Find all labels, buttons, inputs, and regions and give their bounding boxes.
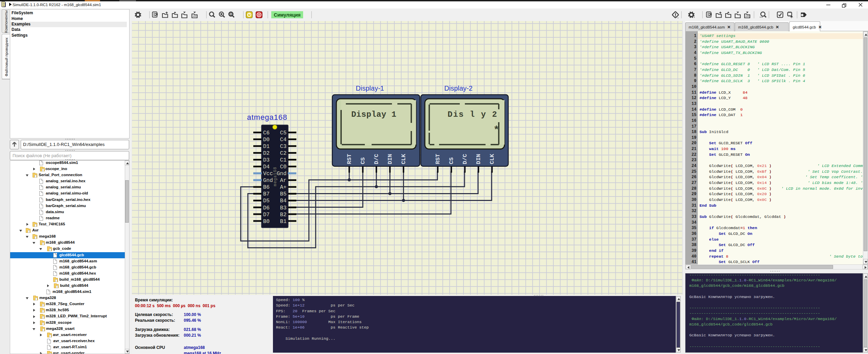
- svg-text:Gnd: Gnd: [263, 178, 273, 184]
- svg-text:atmega168: atmega168: [247, 113, 287, 122]
- svg-text:D7: D7: [263, 212, 270, 218]
- svg-text:Display 1: Display 1: [351, 110, 396, 119]
- svg-text:CLK: CLK: [489, 154, 495, 164]
- svg-text:B2: B2: [280, 212, 287, 218]
- svg-text:B4: B4: [280, 198, 287, 204]
- svg-text:C0: C0: [280, 164, 287, 170]
- svg-text:C6: C6: [263, 130, 270, 136]
- svg-text:B0: B0: [263, 219, 270, 225]
- svg-text:CS: CS: [448, 157, 455, 164]
- svg-text:B7: B7: [263, 191, 270, 197]
- svg-text:CLK: CLK: [400, 154, 407, 164]
- svg-text:CS: CS: [360, 157, 366, 164]
- svg-text:D0: D0: [263, 137, 270, 143]
- svg-text:Gnd: Gnd: [277, 171, 287, 177]
- svg-text:D3: D3: [263, 157, 270, 163]
- svg-text:Display-2: Display-2: [444, 85, 472, 92]
- svg-text:B3: B3: [280, 205, 287, 211]
- svg-text:B1: B1: [280, 219, 287, 225]
- svg-text:B6: B6: [263, 184, 270, 190]
- svg-text:mega168: mega168: [273, 167, 278, 186]
- svg-text:RST: RST: [346, 154, 353, 164]
- svg-text:DIN: DIN: [387, 154, 393, 164]
- svg-text:D/C: D/C: [462, 154, 468, 164]
- svg-text:C2: C2: [280, 150, 287, 156]
- svg-text:C4: C4: [280, 137, 287, 143]
- svg-text:Dis l y 2: Dis l y 2: [448, 110, 498, 119]
- svg-text:D6: D6: [263, 205, 270, 211]
- svg-text:C5: C5: [280, 130, 287, 136]
- svg-text:C1: C1: [280, 157, 287, 163]
- svg-text:D2: D2: [263, 150, 270, 156]
- svg-text:Display-1: Display-1: [356, 85, 384, 92]
- svg-text:C3: C3: [280, 144, 287, 150]
- svg-text:D1: D1: [263, 144, 270, 150]
- svg-text:B5: B5: [280, 191, 287, 197]
- svg-text:Ar: Ar: [280, 178, 287, 184]
- svg-text:DIN: DIN: [475, 154, 482, 164]
- svg-text:D5: D5: [263, 198, 270, 204]
- svg-text:Vcc: Vcc: [263, 171, 273, 177]
- svg-text:D4: D4: [263, 164, 270, 170]
- svg-text:*: *: [493, 125, 499, 136]
- svg-text:RST: RST: [435, 154, 441, 164]
- svg-text:D/C: D/C: [373, 154, 380, 164]
- svg-text:A+: A+: [280, 184, 287, 190]
